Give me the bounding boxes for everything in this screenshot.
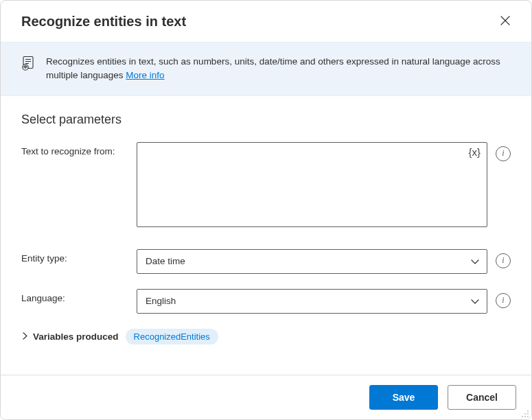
section-title: Select parameters bbox=[21, 113, 511, 127]
label-language: Language: bbox=[21, 289, 137, 303]
svg-point-9 bbox=[527, 413, 529, 415]
dialog-title: Recognize entities in text bbox=[21, 14, 186, 30]
dialog-footer: Save Cancel bbox=[1, 375, 531, 419]
info-icon[interactable]: i bbox=[496, 253, 511, 268]
banner-description: Recognizes entities in text, such as num… bbox=[46, 56, 500, 80]
chevron-down-icon bbox=[470, 296, 480, 306]
entity-type-value: Date time bbox=[146, 256, 185, 266]
language-value: English bbox=[146, 296, 176, 306]
insert-variable-button[interactable]: {x} bbox=[468, 146, 481, 158]
language-select[interactable]: English bbox=[137, 289, 487, 314]
row-language: Language: English i bbox=[21, 289, 511, 314]
more-info-link[interactable]: More info bbox=[126, 70, 164, 80]
row-entity-type: Entity type: Date time i bbox=[21, 249, 511, 274]
svg-point-12 bbox=[527, 416, 529, 417]
banner-text: Recognizes entities in text, such as num… bbox=[46, 55, 511, 83]
svg-point-8 bbox=[524, 413, 526, 415]
variables-produced-label: Variables produced bbox=[33, 331, 119, 342]
entities-icon bbox=[21, 56, 36, 75]
close-icon bbox=[500, 16, 510, 27]
info-icon[interactable]: i bbox=[496, 146, 511, 161]
variable-chip[interactable]: RecognizedEntities bbox=[126, 329, 218, 345]
variables-produced-toggle[interactable]: Variables produced bbox=[21, 331, 119, 342]
label-text-to-recognize: Text to recognize from: bbox=[21, 142, 137, 156]
chevron-down-icon bbox=[470, 257, 480, 266]
text-to-recognize-container: {x} bbox=[137, 142, 487, 230]
info-banner: Recognizes entities in text, such as num… bbox=[1, 42, 531, 96]
svg-point-7 bbox=[527, 410, 529, 412]
resize-grip-icon[interactable] bbox=[520, 408, 529, 418]
svg-point-10 bbox=[522, 416, 523, 417]
variables-produced-row: Variables produced RecognizedEntities bbox=[21, 329, 511, 345]
text-to-recognize-input[interactable] bbox=[137, 142, 487, 227]
dialog-header: Recognize entities in text bbox=[1, 1, 531, 42]
row-text: Text to recognize from: {x} i bbox=[21, 142, 511, 230]
entity-type-select[interactable]: Date time bbox=[137, 249, 487, 274]
cancel-button[interactable]: Cancel bbox=[448, 385, 516, 410]
info-icon[interactable]: i bbox=[496, 293, 511, 308]
dialog-content: Select parameters Text to recognize from… bbox=[1, 96, 531, 375]
svg-point-11 bbox=[524, 416, 526, 417]
chevron-right-icon bbox=[21, 331, 29, 342]
label-entity-type: Entity type: bbox=[21, 249, 137, 264]
save-button[interactable]: Save bbox=[369, 385, 438, 410]
close-button[interactable] bbox=[494, 10, 516, 32]
dialog: Recognize entities in text Recognizes en… bbox=[0, 0, 532, 420]
